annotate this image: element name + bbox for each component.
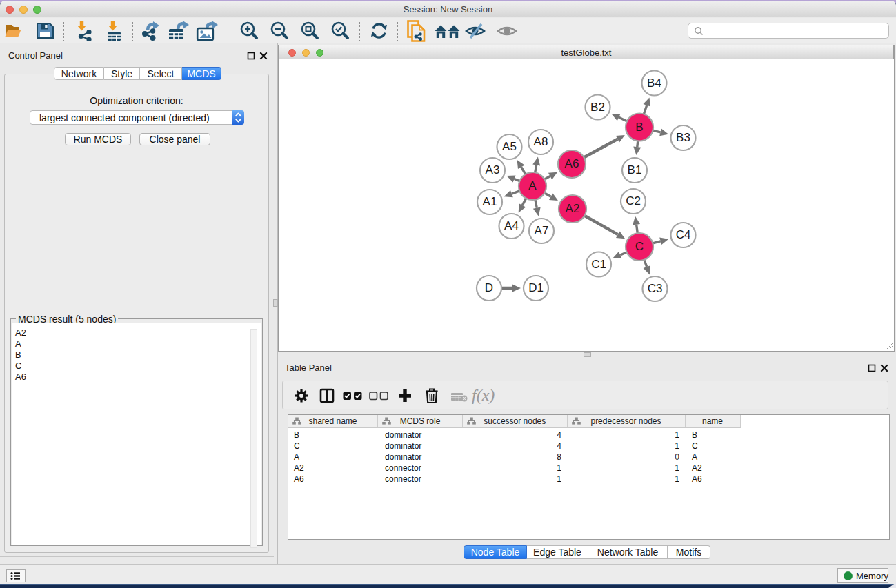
svg-text:B2: B2 bbox=[590, 101, 605, 114]
svg-text:C3: C3 bbox=[648, 282, 663, 295]
svg-text:A: A bbox=[528, 179, 537, 192]
svg-text:A5: A5 bbox=[502, 140, 517, 153]
svg-text:A7: A7 bbox=[535, 224, 549, 237]
svg-text:D1: D1 bbox=[528, 281, 544, 294]
svg-text:C1: C1 bbox=[591, 258, 606, 271]
svg-text:A6: A6 bbox=[565, 157, 579, 170]
svg-text:B3: B3 bbox=[676, 131, 690, 144]
svg-text:A1: A1 bbox=[483, 195, 497, 208]
svg-text:B1: B1 bbox=[628, 163, 642, 176]
svg-text:B4: B4 bbox=[647, 77, 661, 90]
svg-text:A4: A4 bbox=[504, 219, 519, 232]
svg-text:C4: C4 bbox=[676, 228, 691, 241]
svg-text:D: D bbox=[485, 281, 493, 294]
svg-text:A3: A3 bbox=[486, 163, 500, 176]
svg-text:f(x): f(x) bbox=[472, 386, 495, 404]
svg-text:C: C bbox=[635, 240, 644, 253]
svg-text:A8: A8 bbox=[534, 135, 548, 148]
svg-text:C2: C2 bbox=[626, 194, 641, 207]
svg-text:A2: A2 bbox=[566, 202, 580, 215]
svg-text:B: B bbox=[635, 121, 643, 134]
